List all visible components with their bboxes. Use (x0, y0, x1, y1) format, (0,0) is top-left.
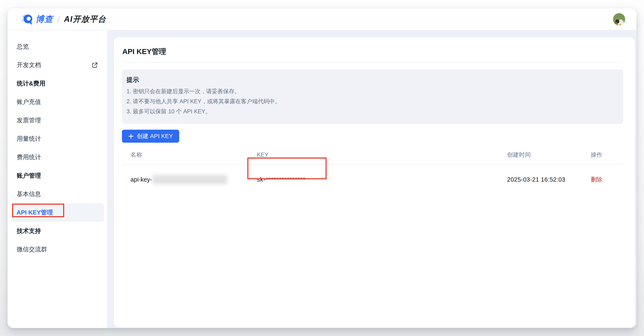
sidebar-item-basic-info[interactable]: 基本信息 (8, 185, 107, 203)
sidebar-section-account-management: 账户管理 (8, 166, 107, 185)
page-title: API KEY管理 (122, 47, 623, 57)
avatar-image (613, 13, 625, 25)
api-key-name-cell: api-key- (122, 175, 257, 184)
sidebar-item-label: 发票管理 (17, 116, 41, 125)
sidebar-item-wechat-group[interactable]: 微信交流群 (8, 240, 107, 259)
api-key-table: 名称 KEY 创建时间 操作 api-key- sk-*************… (122, 145, 623, 194)
create-api-key-button[interactable]: 创建 API KEY (122, 130, 179, 143)
redacted-name-blur (152, 175, 227, 184)
sidebar-item-usage-stats[interactable]: 用量统计 (8, 130, 107, 148)
api-key-name-prefix: api-key- (130, 176, 152, 183)
column-header-created: 创建时间 (507, 151, 591, 159)
brand-platform-name: AI开放平台 (64, 14, 106, 25)
tips-box: 提示 1. 密钥只会在新建后显示一次，请妥善保存。 2. 请不要与他人共享 AP… (122, 69, 623, 124)
external-link-icon (92, 62, 98, 68)
title-divider (122, 62, 623, 63)
delete-link[interactable]: 删除 (591, 176, 623, 184)
sidebar-item-account-recharge[interactable]: 账户充值 (8, 93, 107, 111)
sidebar-item-label: 基本信息 (17, 190, 41, 198)
sidebar-section-label: 统计&费用 (17, 79, 45, 88)
create-api-key-label: 创建 API KEY (137, 132, 173, 140)
app-window: 博查 AI开放平台 总览 开发文档 (8, 8, 636, 328)
sidebar-item-label: API KEY管理 (16, 208, 53, 217)
bocha-logo-icon (21, 13, 33, 25)
main-panel: API KEY管理 提示 1. 密钥只会在新建后显示一次，请妥善保存。 2. 请… (114, 37, 635, 327)
content-area: 总览 开发文档 统计&费用 账户充值 发票管理 用量统计 费用统计 账户管理 基… (8, 30, 636, 328)
sidebar-section-label: 账户管理 (17, 172, 41, 180)
sidebar-section-stats-billing: 统计&费用 (8, 74, 107, 93)
sidebar-item-dev-docs[interactable]: 开发文档 (8, 56, 107, 74)
sidebar-item-label: 用量统计 (17, 135, 41, 143)
table-header-row: 名称 KEY 创建时间 操作 (122, 145, 623, 165)
brand-divider (57, 16, 60, 23)
sidebar: 总览 开发文档 统计&费用 账户充值 发票管理 用量统计 费用统计 账户管理 基… (8, 30, 107, 328)
sidebar-item-api-key-management[interactable]: API KEY管理 (12, 203, 104, 222)
tips-title: 提示 (126, 76, 615, 84)
sidebar-item-label: 总览 (17, 43, 29, 51)
column-header-name: 名称 (122, 151, 257, 159)
api-key-value-cell: sk-*************** (257, 176, 507, 183)
tip-item-3: 3. 最多可以保留 10 个 API KEY。 (126, 106, 615, 116)
sidebar-item-cost-stats[interactable]: 费用统计 (8, 148, 107, 166)
sidebar-item-label: 费用统计 (17, 153, 41, 161)
brand-logo[interactable]: 博查 AI开放平台 (21, 13, 106, 25)
sidebar-item-overview[interactable]: 总览 (8, 38, 107, 56)
sidebar-item-invoice-management[interactable]: 发票管理 (8, 111, 107, 130)
sidebar-item-label: 开发文档 (17, 61, 41, 69)
column-header-action: 操作 (591, 151, 623, 159)
sidebar-item-label: 账户充值 (17, 98, 41, 106)
top-header: 博查 AI开放平台 (8, 8, 636, 30)
table-row: api-key- sk-*************** 2025-03-21 1… (122, 165, 623, 194)
sidebar-section-tech-support: 技术支持 (8, 222, 107, 240)
plus-icon (128, 133, 134, 139)
sidebar-item-label: 微信交流群 (17, 245, 47, 254)
tip-item-2: 2. 请不要与他人共享 API KEY，或将其暴露在客户端代码中。 (126, 96, 615, 106)
brand-name: 博查 (36, 14, 53, 25)
column-header-key: KEY (257, 151, 507, 158)
user-avatar[interactable] (613, 13, 625, 25)
tip-item-1: 1. 密钥只会在新建后显示一次，请妥善保存。 (126, 86, 615, 96)
created-time-cell: 2025-03-21 16:52:03 (507, 176, 591, 183)
sidebar-section-label: 技术支持 (17, 227, 41, 235)
